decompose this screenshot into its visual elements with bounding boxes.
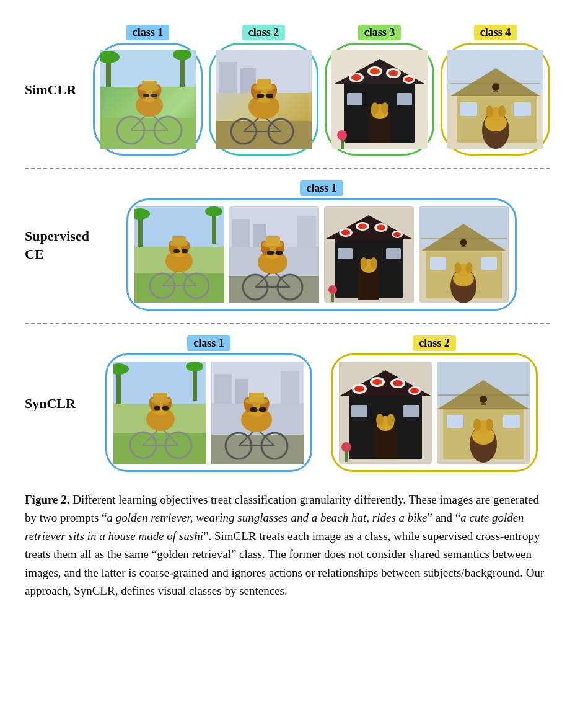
svg-rect-125 (338, 248, 353, 259)
synclr-class2-badge: class 2 (413, 335, 456, 351)
supervised-label: Supervised CE (25, 228, 93, 263)
svg-point-44 (351, 74, 361, 81)
svg-rect-89 (173, 249, 180, 253)
svg-rect-212 (503, 415, 520, 428)
svg-point-216 (486, 419, 493, 431)
svg-rect-72 (493, 91, 498, 92)
supervised-img4 (419, 206, 509, 303)
svg-rect-92 (172, 236, 186, 245)
simclr-class1-frame (93, 43, 203, 156)
svg-point-194 (393, 380, 403, 386)
svg-rect-163 (162, 406, 169, 411)
svg-rect-23 (219, 62, 237, 93)
svg-point-190 (354, 386, 364, 392)
supervised-row: Supervised CE class 1 (25, 174, 550, 317)
svg-rect-95 (232, 219, 250, 247)
svg-point-151 (186, 362, 203, 371)
svg-point-46 (370, 68, 380, 74)
simclr-class2-badge: class 2 (242, 25, 286, 40)
svg-point-78 (205, 206, 222, 216)
synclr-class2-group: class 2 (331, 335, 538, 472)
svg-rect-170 (281, 371, 299, 404)
supervised-class1-group: class 1 (126, 180, 517, 311)
caption-text-between: ” and “ (427, 511, 460, 524)
svg-rect-65 (460, 102, 477, 116)
divider-2 (25, 323, 550, 324)
svg-point-204 (341, 442, 351, 452)
synclr-img2 (211, 362, 304, 464)
simclr-class3-frame (325, 43, 434, 156)
simclr-img1 (100, 50, 196, 149)
supervised-img2 (229, 206, 319, 303)
svg-point-217 (480, 396, 487, 403)
svg-rect-139 (481, 257, 497, 270)
divider-1 (25, 168, 550, 169)
svg-point-142 (455, 262, 462, 273)
svg-point-55 (371, 102, 379, 115)
svg-rect-66 (514, 102, 531, 116)
svg-point-50 (405, 77, 413, 82)
svg-rect-218 (481, 403, 486, 405)
svg-point-144 (460, 239, 467, 246)
simclr-label: SimCLR (25, 81, 93, 99)
svg-rect-108 (267, 251, 274, 255)
simclr-class3-group: class 3 (325, 25, 434, 156)
svg-point-128 (361, 257, 367, 269)
svg-point-129 (371, 257, 377, 269)
svg-rect-39 (257, 79, 271, 89)
svg-rect-145 (461, 246, 466, 247)
svg-rect-168 (214, 374, 232, 404)
svg-rect-152 (113, 433, 206, 464)
svg-point-196 (410, 388, 419, 394)
simclr-class2-frame (209, 43, 318, 156)
svg-rect-17 (151, 94, 157, 97)
simclr-class1-badge: class 1 (126, 25, 170, 40)
svg-rect-20 (142, 81, 157, 89)
svg-rect-52 (347, 93, 362, 105)
figure-caption: Figure 2. Different learning objectives … (25, 491, 550, 600)
svg-point-123 (393, 232, 401, 237)
synclr-class1-badge: class 1 (187, 335, 230, 351)
simclr-row: SimCLR class 1 (25, 19, 550, 162)
simclr-class4-frame (441, 43, 550, 156)
svg-point-48 (388, 70, 398, 76)
svg-point-69 (486, 105, 493, 118)
svg-point-202 (387, 414, 395, 426)
svg-point-192 (372, 379, 382, 385)
simclr-img2 (216, 50, 312, 149)
synclr-class1-frame (105, 353, 312, 472)
figure-container: SimCLR class 1 (25, 19, 550, 600)
synclr-row: SynCLR class 1 (25, 329, 550, 478)
simclr-class3-badge: class 3 (358, 25, 402, 40)
svg-rect-126 (386, 248, 401, 259)
svg-point-121 (377, 225, 385, 231)
synclr-img1 (113, 362, 206, 464)
synclr-img3 (339, 362, 432, 464)
synclr-label: SynCLR (25, 395, 93, 413)
svg-point-56 (381, 102, 388, 115)
simclr-class4-group: class 4 (441, 25, 550, 156)
svg-rect-162 (154, 406, 160, 411)
svg-rect-199 (403, 405, 419, 417)
svg-rect-112 (266, 236, 280, 246)
svg-rect-109 (276, 251, 283, 255)
svg-rect-79 (134, 273, 224, 303)
simclr-class1-group: class 1 (93, 25, 203, 156)
svg-point-71 (492, 83, 499, 91)
svg-rect-138 (430, 257, 446, 270)
svg-rect-182 (259, 407, 266, 412)
svg-rect-181 (250, 407, 257, 412)
simclr-class2-group: class 2 (209, 25, 318, 156)
simclr-img3 (331, 50, 428, 149)
caption-label: Figure 2. (25, 493, 69, 506)
svg-rect-97 (297, 216, 316, 247)
supervised-img3 (324, 206, 414, 303)
svg-point-70 (498, 105, 506, 118)
supervised-content: class 1 (93, 180, 550, 311)
svg-point-131 (328, 285, 337, 294)
supervised-class1-badge: class 1 (300, 180, 343, 196)
svg-rect-211 (447, 415, 463, 428)
svg-rect-90 (182, 249, 188, 253)
svg-rect-35 (257, 94, 264, 98)
simclr-content: class 1 (93, 25, 550, 156)
